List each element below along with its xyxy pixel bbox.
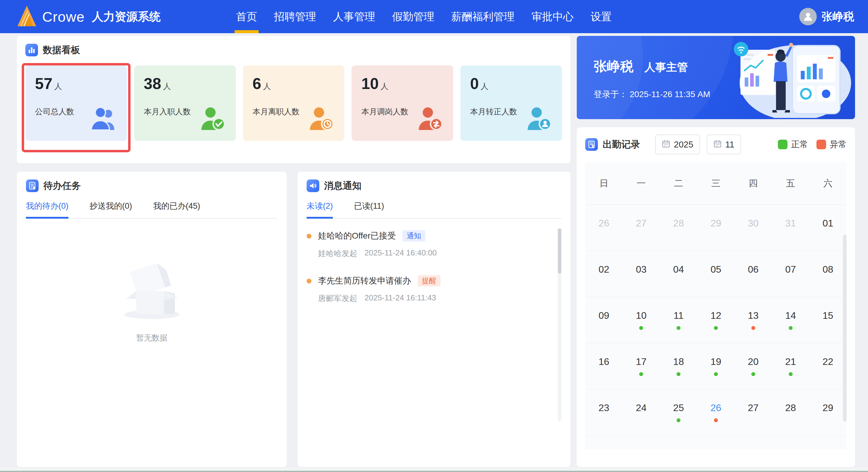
brand-name: Crowe (42, 8, 85, 25)
calendar-scrollbar-thumb[interactable] (843, 235, 846, 422)
calendar-day-cell[interactable]: 16 (585, 343, 623, 389)
stat-card-month-hired[interactable]: 38人 本月入职人数 (134, 65, 236, 141)
calendar-day-cell[interactable]: 10 (623, 297, 660, 343)
calendar-day-cell[interactable]: 18 (660, 343, 698, 389)
top-nav-bar: Crowe 人力资源系统 首页 招聘管理 人事管理 假勤管理 (0, 0, 868, 33)
calendar-day-cell[interactable]: 02 (660, 436, 698, 449)
empty-box-icon (119, 264, 185, 322)
empty-text: 暂无数据 (136, 333, 167, 343)
header-user[interactable]: 张峥税 (799, 8, 854, 25)
calendar-day-cell[interactable]: 28 (772, 389, 809, 436)
calendar-day-cell[interactable]: 07 (772, 251, 809, 297)
nav-item[interactable]: 招聘管理 (274, 0, 316, 33)
day-number: 13 (748, 310, 759, 321)
attendance-status-dot (714, 418, 718, 422)
tab-my-todo[interactable]: 我的待办(0) (26, 201, 68, 218)
calendar-day-cell[interactable]: 24 (623, 389, 660, 436)
nav-item[interactable]: 薪酬福利管理 (451, 0, 515, 33)
weekday-row: 日 一 二 三 四 五 六 (585, 162, 846, 205)
calendar-day-cell[interactable]: 31 (772, 205, 809, 251)
message-time: 2025-11-24 16:11:43 (365, 293, 436, 304)
calendar-day-cell[interactable]: 26 (585, 205, 623, 251)
right-column: 张峥税 人事主管 登录于： 2025-11-26 11:35 AM (577, 36, 855, 467)
tab-read[interactable]: 已读(11) (354, 201, 384, 218)
user-badge-icon (524, 105, 553, 132)
tab-my-done[interactable]: 我的已办(45) (153, 201, 200, 218)
calendar-day-cell[interactable]: 02 (585, 251, 623, 297)
calendar-day-cell[interactable]: 05 (772, 436, 809, 449)
left-column: 数据看板 57人 公司总人数 (17, 36, 570, 467)
message-scrollbar-thumb[interactable] (558, 228, 561, 273)
calendar-day-cell[interactable]: 01 (623, 436, 660, 449)
calendar-day-cell[interactable]: 26 (698, 389, 735, 436)
calendar-day-cell[interactable]: 30 (585, 436, 623, 449)
nav-item[interactable]: 人事管理 (333, 0, 375, 33)
stat-card-month-resigned[interactable]: 6人 本月离职人数 (243, 65, 345, 141)
calendar-day-cell[interactable]: 29 (809, 389, 846, 436)
calendar-day-cell[interactable]: 05 (698, 251, 735, 297)
year-select[interactable]: 2025 (655, 135, 700, 154)
calendar-day-cell[interactable]: 27 (735, 389, 772, 436)
stats-row: 57人 公司总人数 (25, 65, 562, 141)
calendar-day-cell[interactable]: 30 (735, 205, 772, 251)
calendar-day-cell[interactable]: 06 (735, 251, 772, 297)
calendar-day-cell[interactable]: 04 (660, 251, 698, 297)
calendar-day-cell[interactable]: 21 (772, 343, 809, 389)
calendar-day-cell[interactable]: 01 (809, 205, 846, 251)
calendar-day-cell[interactable]: 17 (623, 343, 660, 389)
calendar-day-cell[interactable]: 27 (623, 205, 660, 251)
calendar-day-cell[interactable]: 03 (698, 436, 735, 449)
profile-name: 张峥税 (594, 59, 633, 73)
calendar-day-cell[interactable]: 06 (809, 436, 846, 449)
attendance-status-dot (789, 326, 793, 330)
calendar-day-cell[interactable]: 28 (660, 205, 698, 251)
tab-unread[interactable]: 未读(2) (307, 201, 333, 218)
notice-badge: 通知 (402, 230, 425, 242)
day-number: 06 (823, 448, 833, 449)
weekday-label: 二 (660, 162, 698, 205)
message-item[interactable]: 娃哈哈的Offer已接受 通知 娃哈哈发起 2025-11-24 16:40:0… (307, 230, 551, 259)
calendar-day-cell[interactable]: 11 (660, 297, 698, 343)
calendar-day-cell[interactable]: 09 (585, 297, 623, 343)
unread-dot (307, 279, 311, 284)
day-number: 01 (636, 448, 647, 449)
message-item-title: 李先生简历转发申请催办 (318, 275, 411, 287)
calendar-day-cell[interactable]: 23 (585, 389, 623, 436)
profile-role: 人事主管 (644, 61, 688, 73)
todo-header: 待办任务 (26, 179, 278, 192)
calendar-day-cell[interactable]: 20 (735, 343, 772, 389)
nav-item[interactable]: 首页 (236, 0, 257, 33)
calendar-day-cell[interactable]: 14 (772, 297, 809, 343)
calendar-day-cell[interactable]: 08 (809, 251, 846, 297)
nav-item[interactable]: 设置 (591, 0, 612, 33)
message-item[interactable]: 李先生简历转发申请催办 提醒 唐郦军发起 2025-11-24 16:11:43 (307, 275, 551, 304)
calendar-day-cell[interactable]: 13 (735, 297, 772, 343)
calendar-day-cell[interactable]: 19 (698, 343, 735, 389)
unread-dot (307, 234, 311, 239)
month-select[interactable]: 11 (707, 135, 741, 154)
legend-swatch (816, 140, 826, 149)
day-number: 08 (823, 264, 833, 275)
day-number: 06 (748, 264, 759, 275)
tab-cc-me[interactable]: 抄送我的(0) (90, 201, 132, 218)
calendar-day-cell[interactable]: 15 (809, 297, 846, 343)
calendar-day-cell[interactable]: 04 (735, 436, 772, 449)
calendar-day-cell[interactable]: 29 (698, 205, 735, 251)
stat-wrap-regularized: 0人 本月转正人数 (460, 65, 562, 141)
day-number: 04 (748, 448, 759, 449)
nav-item[interactable]: 假勤管理 (392, 0, 434, 33)
attendance-status-dot (677, 372, 680, 376)
legend-item: 异常 (816, 139, 846, 150)
calendar-day-cell[interactable]: 12 (698, 297, 735, 343)
nav-item[interactable]: 审批中心 (531, 0, 574, 33)
stat-card-total-employees[interactable]: 57人 公司总人数 (25, 65, 127, 141)
calendar-day-cell[interactable]: 25 (660, 389, 698, 436)
day-number: 21 (785, 356, 796, 367)
attendance-status-dot (639, 326, 643, 330)
stat-card-month-regularized[interactable]: 0人 本月转正人数 (460, 65, 562, 141)
stat-card-month-transferred[interactable]: 10人 本月调岗人数 (351, 65, 453, 141)
calendar-day-cell[interactable]: 03 (623, 251, 660, 297)
day-number: 07 (785, 264, 796, 275)
day-number: 03 (636, 264, 647, 275)
calendar-day-cell[interactable]: 22 (809, 343, 846, 389)
